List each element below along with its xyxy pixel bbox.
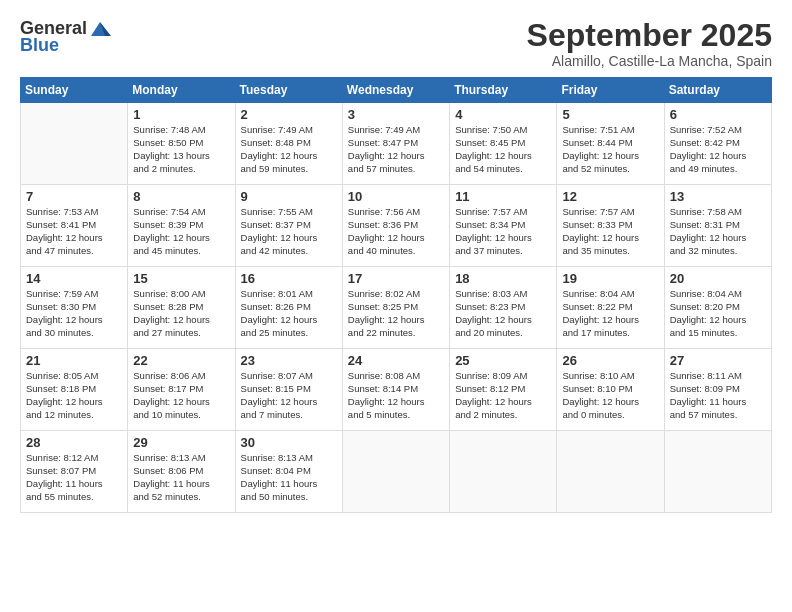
day-info: Sunrise: 8:00 AM Sunset: 8:28 PM Dayligh… <box>133 288 229 339</box>
day-number: 13 <box>670 189 766 204</box>
month-title: September 2025 <box>527 18 772 53</box>
calendar-cell: 12Sunrise: 7:57 AM Sunset: 8:33 PM Dayli… <box>557 185 664 267</box>
day-number: 4 <box>455 107 551 122</box>
day-number: 14 <box>26 271 122 286</box>
title-block: September 2025 Alamillo, Castille-La Man… <box>527 18 772 69</box>
day-info: Sunrise: 8:13 AM Sunset: 8:04 PM Dayligh… <box>241 452 337 503</box>
calendar-cell: 22Sunrise: 8:06 AM Sunset: 8:17 PM Dayli… <box>128 349 235 431</box>
calendar-week-row: 21Sunrise: 8:05 AM Sunset: 8:18 PM Dayli… <box>21 349 772 431</box>
weekday-header: Tuesday <box>235 78 342 103</box>
day-number: 6 <box>670 107 766 122</box>
day-number: 20 <box>670 271 766 286</box>
calendar-body: 1Sunrise: 7:48 AM Sunset: 8:50 PM Daylig… <box>21 103 772 513</box>
day-info: Sunrise: 8:01 AM Sunset: 8:26 PM Dayligh… <box>241 288 337 339</box>
calendar-cell: 15Sunrise: 8:00 AM Sunset: 8:28 PM Dayli… <box>128 267 235 349</box>
day-number: 17 <box>348 271 444 286</box>
calendar-cell: 23Sunrise: 8:07 AM Sunset: 8:15 PM Dayli… <box>235 349 342 431</box>
calendar-cell: 26Sunrise: 8:10 AM Sunset: 8:10 PM Dayli… <box>557 349 664 431</box>
calendar-cell: 16Sunrise: 8:01 AM Sunset: 8:26 PM Dayli… <box>235 267 342 349</box>
day-number: 22 <box>133 353 229 368</box>
calendar-cell: 5Sunrise: 7:51 AM Sunset: 8:44 PM Daylig… <box>557 103 664 185</box>
logo-icon <box>89 20 111 38</box>
calendar-cell <box>342 431 449 513</box>
weekday-header: Thursday <box>450 78 557 103</box>
day-number: 23 <box>241 353 337 368</box>
day-number: 27 <box>670 353 766 368</box>
calendar-cell: 27Sunrise: 8:11 AM Sunset: 8:09 PM Dayli… <box>664 349 771 431</box>
day-info: Sunrise: 8:13 AM Sunset: 8:06 PM Dayligh… <box>133 452 229 503</box>
day-number: 11 <box>455 189 551 204</box>
calendar-cell: 9Sunrise: 7:55 AM Sunset: 8:37 PM Daylig… <box>235 185 342 267</box>
day-info: Sunrise: 8:07 AM Sunset: 8:15 PM Dayligh… <box>241 370 337 421</box>
calendar-cell: 17Sunrise: 8:02 AM Sunset: 8:25 PM Dayli… <box>342 267 449 349</box>
calendar-cell: 24Sunrise: 8:08 AM Sunset: 8:14 PM Dayli… <box>342 349 449 431</box>
logo-blue-text: Blue <box>20 35 59 56</box>
day-number: 26 <box>562 353 658 368</box>
weekday-header: Wednesday <box>342 78 449 103</box>
day-number: 1 <box>133 107 229 122</box>
day-number: 16 <box>241 271 337 286</box>
day-info: Sunrise: 8:10 AM Sunset: 8:10 PM Dayligh… <box>562 370 658 421</box>
day-number: 29 <box>133 435 229 450</box>
day-info: Sunrise: 7:48 AM Sunset: 8:50 PM Dayligh… <box>133 124 229 175</box>
day-info: Sunrise: 7:50 AM Sunset: 8:45 PM Dayligh… <box>455 124 551 175</box>
day-info: Sunrise: 7:59 AM Sunset: 8:30 PM Dayligh… <box>26 288 122 339</box>
header: General Blue September 2025 Alamillo, Ca… <box>20 18 772 69</box>
day-info: Sunrise: 8:09 AM Sunset: 8:12 PM Dayligh… <box>455 370 551 421</box>
calendar-cell: 29Sunrise: 8:13 AM Sunset: 8:06 PM Dayli… <box>128 431 235 513</box>
calendar-cell <box>450 431 557 513</box>
day-info: Sunrise: 7:52 AM Sunset: 8:42 PM Dayligh… <box>670 124 766 175</box>
day-number: 10 <box>348 189 444 204</box>
day-info: Sunrise: 8:11 AM Sunset: 8:09 PM Dayligh… <box>670 370 766 421</box>
calendar-week-row: 1Sunrise: 7:48 AM Sunset: 8:50 PM Daylig… <box>21 103 772 185</box>
calendar-cell: 2Sunrise: 7:49 AM Sunset: 8:48 PM Daylig… <box>235 103 342 185</box>
day-info: Sunrise: 8:04 AM Sunset: 8:20 PM Dayligh… <box>670 288 766 339</box>
day-info: Sunrise: 7:56 AM Sunset: 8:36 PM Dayligh… <box>348 206 444 257</box>
calendar-week-row: 28Sunrise: 8:12 AM Sunset: 8:07 PM Dayli… <box>21 431 772 513</box>
calendar-cell: 1Sunrise: 7:48 AM Sunset: 8:50 PM Daylig… <box>128 103 235 185</box>
day-info: Sunrise: 8:08 AM Sunset: 8:14 PM Dayligh… <box>348 370 444 421</box>
day-number: 25 <box>455 353 551 368</box>
calendar-cell: 3Sunrise: 7:49 AM Sunset: 8:47 PM Daylig… <box>342 103 449 185</box>
day-info: Sunrise: 7:49 AM Sunset: 8:47 PM Dayligh… <box>348 124 444 175</box>
day-number: 15 <box>133 271 229 286</box>
day-info: Sunrise: 8:06 AM Sunset: 8:17 PM Dayligh… <box>133 370 229 421</box>
page: General Blue September 2025 Alamillo, Ca… <box>0 0 792 612</box>
calendar-cell: 11Sunrise: 7:57 AM Sunset: 8:34 PM Dayli… <box>450 185 557 267</box>
day-number: 3 <box>348 107 444 122</box>
calendar-cell <box>664 431 771 513</box>
day-number: 18 <box>455 271 551 286</box>
day-info: Sunrise: 7:49 AM Sunset: 8:48 PM Dayligh… <box>241 124 337 175</box>
day-number: 2 <box>241 107 337 122</box>
calendar-cell: 14Sunrise: 7:59 AM Sunset: 8:30 PM Dayli… <box>21 267 128 349</box>
day-number: 21 <box>26 353 122 368</box>
calendar-cell <box>21 103 128 185</box>
calendar-cell: 8Sunrise: 7:54 AM Sunset: 8:39 PM Daylig… <box>128 185 235 267</box>
calendar-cell: 7Sunrise: 7:53 AM Sunset: 8:41 PM Daylig… <box>21 185 128 267</box>
day-info: Sunrise: 8:05 AM Sunset: 8:18 PM Dayligh… <box>26 370 122 421</box>
day-info: Sunrise: 7:55 AM Sunset: 8:37 PM Dayligh… <box>241 206 337 257</box>
day-info: Sunrise: 7:53 AM Sunset: 8:41 PM Dayligh… <box>26 206 122 257</box>
calendar-cell: 18Sunrise: 8:03 AM Sunset: 8:23 PM Dayli… <box>450 267 557 349</box>
location-subtitle: Alamillo, Castille-La Mancha, Spain <box>527 53 772 69</box>
day-number: 9 <box>241 189 337 204</box>
day-number: 7 <box>26 189 122 204</box>
calendar-cell: 10Sunrise: 7:56 AM Sunset: 8:36 PM Dayli… <box>342 185 449 267</box>
day-number: 30 <box>241 435 337 450</box>
calendar-cell: 20Sunrise: 8:04 AM Sunset: 8:20 PM Dayli… <box>664 267 771 349</box>
calendar-week-row: 7Sunrise: 7:53 AM Sunset: 8:41 PM Daylig… <box>21 185 772 267</box>
logo: General Blue <box>20 18 111 56</box>
day-number: 8 <box>133 189 229 204</box>
calendar-cell: 19Sunrise: 8:04 AM Sunset: 8:22 PM Dayli… <box>557 267 664 349</box>
calendar-cell: 6Sunrise: 7:52 AM Sunset: 8:42 PM Daylig… <box>664 103 771 185</box>
day-info: Sunrise: 8:12 AM Sunset: 8:07 PM Dayligh… <box>26 452 122 503</box>
day-number: 12 <box>562 189 658 204</box>
calendar-cell <box>557 431 664 513</box>
day-info: Sunrise: 7:57 AM Sunset: 8:33 PM Dayligh… <box>562 206 658 257</box>
day-number: 24 <box>348 353 444 368</box>
weekday-header: Friday <box>557 78 664 103</box>
calendar-cell: 4Sunrise: 7:50 AM Sunset: 8:45 PM Daylig… <box>450 103 557 185</box>
day-number: 5 <box>562 107 658 122</box>
day-info: Sunrise: 8:02 AM Sunset: 8:25 PM Dayligh… <box>348 288 444 339</box>
day-info: Sunrise: 8:03 AM Sunset: 8:23 PM Dayligh… <box>455 288 551 339</box>
